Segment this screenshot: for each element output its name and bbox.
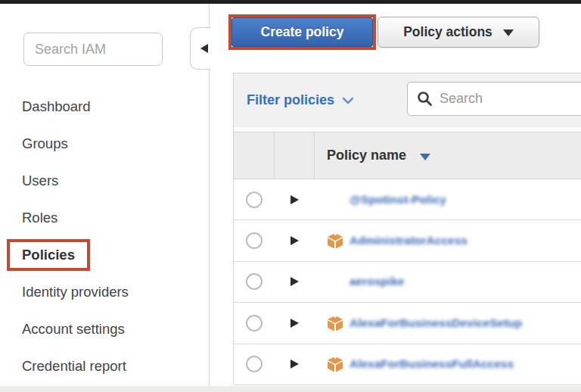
radio-button[interactable] — [246, 356, 263, 372]
policy-name-link[interactable]: AdministratorAccess — [350, 234, 468, 247]
sidebar-item-label: Dashboard — [22, 98, 91, 115]
table-body: @Spotinst-Policy — [234, 179, 581, 385]
sidebar-item[interactable]: Identity providers — [0, 273, 209, 310]
collapse-left-triangle-icon — [200, 44, 208, 53]
filter-bar: Filter policies — [234, 73, 581, 127]
create-policy-annotation-box: Create policy — [228, 14, 376, 50]
policy-name-link[interactable]: AlexaForBusinessDeviceSetup — [350, 316, 522, 330]
filter-policies-dropdown[interactable]: Filter policies — [247, 92, 354, 108]
radio-button[interactable] — [246, 273, 263, 290]
aws-managed-policy-cube-icon — [327, 315, 343, 331]
sidebar-item[interactable]: Dashboard — [0, 88, 209, 125]
radio-button[interactable] — [246, 232, 263, 249]
policy-actions-button[interactable]: Policy actions — [377, 17, 539, 48]
aws-managed-policy-cube-icon — [327, 232, 343, 249]
sidebar-item[interactable]: Credential report — [0, 347, 209, 384]
magnifier-icon — [417, 91, 433, 107]
policy-name-link[interactable]: aerospike — [350, 275, 404, 288]
expander-icon[interactable] — [290, 277, 299, 286]
page-bottom-strip — [0, 386, 581, 392]
policy-actions-label: Policy actions — [403, 24, 492, 40]
table-header-row: Policy name — [234, 132, 581, 179]
sidebar-item-label: Credential report — [22, 358, 126, 375]
policy-name-link[interactable]: @Spotinst-Policy — [350, 193, 446, 207]
policy-search-input[interactable] — [440, 91, 568, 107]
create-policy-button[interactable]: Create policy — [231, 17, 373, 47]
aws-managed-policy-cube-icon — [327, 356, 343, 372]
expand-column-header — [275, 132, 315, 179]
sidebar-item[interactable]: Roles — [0, 199, 209, 236]
table-row: AlexaForBusinessDeviceSetup — [234, 303, 581, 344]
sidebar-item-label: Policies — [7, 239, 90, 271]
sidebar-item-label: Groups — [22, 135, 68, 152]
table-row: AdministratorAccess — [234, 220, 581, 261]
sidebar-item[interactable]: Policies — [0, 236, 209, 273]
sidebar-item[interactable]: Account settings — [0, 310, 209, 347]
sidebar-item[interactable]: Groups — [0, 125, 209, 162]
policy-name-header-label: Policy name — [327, 148, 406, 163]
radio-button[interactable] — [246, 191, 263, 208]
table-row: aerospike — [234, 262, 581, 303]
caret-down-icon — [503, 30, 514, 36]
expander-icon[interactable] — [290, 359, 299, 369]
filter-policies-label: Filter policies — [247, 92, 334, 108]
sidebar-item-label: Account settings — [22, 321, 125, 338]
sidebar-nav: Dashboard Groups Users Roles Policies — [0, 88, 209, 384]
iam-policies-page: Dashboard Groups Users Roles Policies — [0, 0, 581, 392]
radio-button[interactable] — [246, 315, 263, 331]
search-iam-input[interactable] — [23, 33, 163, 66]
select-column-header — [234, 132, 275, 179]
sidebar-item-label: Roles — [22, 210, 57, 226]
sort-caret-down-icon[interactable] — [420, 154, 430, 160]
expander-icon[interactable] — [290, 195, 299, 204]
table-row: AlexaForBusinessFullAccess — [234, 344, 581, 385]
policy-name-column-header[interactable]: Policy name — [315, 132, 581, 179]
sidebar-item-label: Users — [22, 173, 58, 189]
expander-icon[interactable] — [290, 319, 299, 328]
table-row: @Spotinst-Policy — [234, 179, 581, 220]
expander-icon[interactable] — [290, 236, 299, 245]
chevron-down-icon — [342, 97, 354, 104]
sidebar-item[interactable]: Users — [0, 162, 209, 199]
policy-search-box[interactable] — [407, 82, 581, 116]
iam-sidebar: Dashboard Groups Users Roles Policies — [0, 4, 209, 386]
sidebar-item-label: Identity providers — [22, 284, 129, 300]
policies-panel: Filter policies Policy name — [233, 73, 581, 384]
policy-name-link[interactable]: AlexaForBusinessFullAccess — [350, 357, 514, 371]
sidebar-collapse-button[interactable] — [190, 27, 210, 70]
